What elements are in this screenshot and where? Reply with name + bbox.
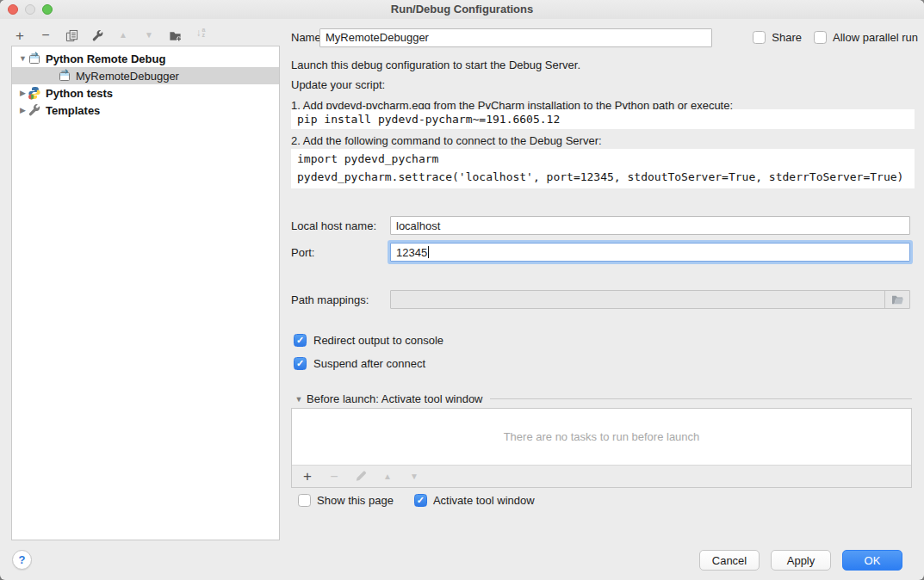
tree-item-label: Templates xyxy=(46,104,100,117)
settrace-code-line1: import pydevd_pycharm xyxy=(297,152,438,165)
wrench-icon xyxy=(91,29,104,42)
title-bar: Run/Debug Configurations xyxy=(0,0,924,19)
show-this-page-label[interactable]: Show this page xyxy=(317,494,394,507)
update-script-text: Update your script: xyxy=(291,77,385,92)
add-configuration-button[interactable]: + xyxy=(12,28,28,43)
tree-item-python-tests[interactable]: ▶ Python tests xyxy=(12,84,279,102)
browse-path-mappings-button[interactable] xyxy=(884,291,909,308)
step2-text: 2. Add the following command to connect … xyxy=(291,133,602,148)
remove-task-button[interactable]: − xyxy=(328,471,340,483)
chevron-collapsed-icon[interactable]: ▶ xyxy=(18,106,28,114)
dialog-buttons: Cancel Apply OK xyxy=(699,550,902,571)
allow-parallel-run-checkbox[interactable]: ✓ xyxy=(814,31,827,44)
cancel-button[interactable]: Cancel xyxy=(699,550,760,571)
sort-arrow-icon: ↓ xyxy=(196,28,202,38)
move-task-up-button[interactable]: ▲ xyxy=(381,471,394,483)
tree-item-python-remote-debug[interactable]: ▼ Python Remote Debug xyxy=(12,50,279,67)
show-this-page-checkbox[interactable]: ✓ xyxy=(298,494,311,507)
new-folder-button[interactable] xyxy=(167,28,183,43)
share-checkbox[interactable]: ✓ xyxy=(753,31,766,44)
before-launch-section-header[interactable]: ▼ Before launch: Activate tool window xyxy=(294,392,912,405)
path-mappings-label: Path mappings: xyxy=(291,293,390,306)
allow-parallel-run-label[interactable]: Allow parallel run xyxy=(833,31,918,44)
pencil-icon xyxy=(355,470,367,483)
check-icon: ✓ xyxy=(296,359,304,368)
sort-configurations-button[interactable]: ↓ a z xyxy=(193,28,208,43)
copy-configuration-button[interactable] xyxy=(64,28,79,43)
activate-tool-window-label[interactable]: Activate tool window xyxy=(433,494,535,507)
minimize-window-button[interactable] xyxy=(25,4,35,15)
settrace-code-line2: pydevd_pycharm.settrace('localhost', por… xyxy=(297,170,903,183)
remove-configuration-button[interactable]: − xyxy=(38,28,53,43)
port-value: 12345 xyxy=(396,246,427,259)
open-folder-icon xyxy=(891,294,904,305)
chevron-expanded-icon[interactable]: ▼ xyxy=(294,395,304,404)
sort-az-icon: a z xyxy=(202,28,206,38)
zoom-window-button[interactable] xyxy=(42,4,53,15)
share-label[interactable]: Share xyxy=(772,31,802,44)
tree-item-label: MyRemoteDebugger xyxy=(76,70,179,83)
templates-wrench-icon xyxy=(28,103,41,117)
name-label: Name: xyxy=(291,31,319,44)
tree-item-myremotedebugger[interactable]: MyRemoteDebugger xyxy=(12,67,279,84)
close-window-button[interactable] xyxy=(8,4,18,15)
python-tests-icon xyxy=(28,86,41,100)
edit-task-button[interactable] xyxy=(355,471,367,483)
chevron-expanded-icon[interactable]: ▼ xyxy=(18,54,28,63)
ok-button[interactable]: OK xyxy=(842,550,902,571)
pip-install-code: pip install pydevd-pycharm~=191.6605.12 xyxy=(291,109,915,129)
port-input[interactable]: 12345 xyxy=(390,243,910,262)
edit-configuration-button[interactable] xyxy=(90,28,105,43)
traffic-lights xyxy=(8,4,53,15)
apply-button[interactable]: Apply xyxy=(771,550,831,571)
remote-debug-icon xyxy=(28,52,41,65)
suspend-after-connect-checkbox[interactable]: ✓ xyxy=(294,357,307,370)
no-tasks-hint: There are no tasks to run before launch xyxy=(504,430,700,443)
help-button[interactable]: ? xyxy=(12,550,32,570)
move-down-button[interactable]: ▼ xyxy=(141,28,157,43)
copy-icon xyxy=(65,29,78,42)
add-task-button[interactable]: + xyxy=(301,471,313,483)
description-text: Launch this debug configuration to start… xyxy=(291,58,580,72)
settrace-code-block: import pydevd_pycharm pydevd_pycharm.set… xyxy=(291,149,915,188)
name-input[interactable] xyxy=(319,28,712,47)
tree-item-label: Python tests xyxy=(46,87,113,100)
suspend-after-connect-label[interactable]: Suspend after connect xyxy=(313,357,425,370)
tree-item-templates[interactable]: ▶ Templates xyxy=(12,102,279,119)
window-title: Run/Debug Configurations xyxy=(0,0,924,19)
redirect-output-checkbox[interactable]: ✓ xyxy=(294,334,307,347)
text-cursor xyxy=(428,246,429,258)
remote-debug-icon xyxy=(58,69,71,83)
activate-tool-window-checkbox[interactable]: ✓ xyxy=(414,494,427,507)
port-label: Port: xyxy=(291,246,390,259)
configuration-editor: Name: ✓ Share ✓ Allow parallel run Launc… xyxy=(291,26,915,513)
section-divider xyxy=(490,398,912,399)
before-launch-task-list: There are no tasks to run before launch … xyxy=(291,408,912,488)
run-debug-configurations-dialog: Run/Debug Configurations + − ▲ ▼ ↓ a z ▼ xyxy=(0,0,924,580)
move-up-button[interactable]: ▲ xyxy=(115,28,131,43)
chevron-collapsed-icon[interactable]: ▶ xyxy=(18,89,28,97)
configurations-tree: ▼ Python Remote Debug MyRemoteDebugger ▶… xyxy=(11,46,280,540)
check-icon: ✓ xyxy=(296,336,304,345)
new-folder-icon xyxy=(169,29,182,42)
check-icon: ✓ xyxy=(417,496,425,505)
redirect-output-label[interactable]: Redirect output to console xyxy=(313,334,443,347)
task-list-toolbar: + − ▲ ▼ xyxy=(292,465,911,487)
move-task-down-button[interactable]: ▼ xyxy=(408,471,420,483)
configurations-toolbar: + − ▲ ▼ ↓ a z xyxy=(12,27,208,44)
path-mappings-input[interactable] xyxy=(390,290,910,309)
before-launch-title: Before launch: Activate tool window xyxy=(307,392,483,405)
local-host-name-label: Local host name: xyxy=(291,219,390,232)
local-host-name-input[interactable] xyxy=(390,216,910,235)
tree-item-label: Python Remote Debug xyxy=(46,52,165,65)
